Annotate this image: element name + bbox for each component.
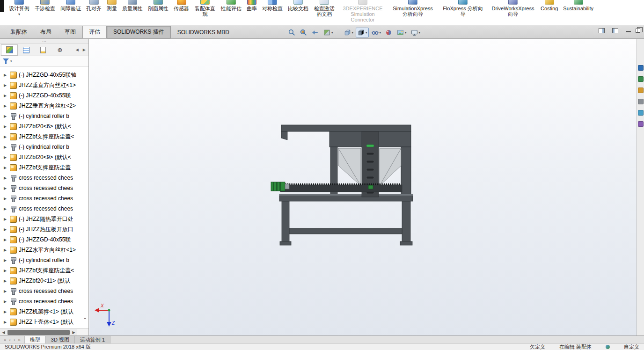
propertymanager-tab[interactable] (18, 44, 35, 56)
first-sheet-icon[interactable]: « (4, 337, 7, 343)
graphics-viewport[interactable]: X Z (89, 39, 637, 335)
ribbon-tool-button[interactable]: FloXpress 分析向导 ▼ (438, 0, 488, 17)
scroll-right-icon[interactable]: ▶ (70, 330, 77, 335)
expand-arrow-icon[interactable]: ▶ (4, 320, 8, 324)
zoom-to-area-icon[interactable] (298, 28, 309, 37)
customize-button[interactable]: 自定义 (624, 343, 639, 350)
display-style-icon[interactable]: ▾ (356, 28, 369, 37)
scroll-left-icon[interactable]: ◀ (76, 48, 79, 52)
sheet-tab[interactable]: 3D 视图 (46, 336, 75, 343)
expand-arrow-icon[interactable]: ▶ (4, 94, 8, 98)
design-library-icon[interactable] (638, 76, 644, 82)
tree-row[interactable]: ▶ JHZZbf支撑座防尘盖 (0, 162, 88, 173)
tree-row[interactable]: ▶ cross recessed chees (0, 183, 88, 193)
machine-right-post[interactable] (401, 147, 411, 195)
prev-sheet-icon[interactable]: ‹ (9, 337, 11, 343)
command-tab[interactable]: SOLIDWORKS 插件 (107, 26, 171, 38)
tree-row[interactable]: ▶ cross recessed chees (0, 286, 88, 296)
tree-scroll-down-icon[interactable]: ⌄ (83, 315, 87, 320)
tree-row[interactable]: ▶ JHZZbf20<6> (默认< (0, 121, 88, 131)
pane-view-icon[interactable] (599, 28, 605, 33)
expand-arrow-icon[interactable]: ▶ (4, 269, 8, 273)
machine-top-arm[interactable] (281, 125, 411, 131)
tree-row[interactable]: ▶ JHZZbf支撑座防尘盖< (0, 265, 88, 276)
filter-icon[interactable] (3, 58, 9, 64)
last-sheet-icon[interactable]: » (18, 337, 21, 343)
machine-right-leg[interactable] (402, 201, 410, 243)
zoom-fit-icon[interactable] (286, 28, 297, 37)
expand-arrow-icon[interactable]: ▶ (4, 197, 8, 201)
expand-arrow-icon[interactable]: ▶ (4, 207, 8, 211)
custom-properties-icon[interactable] (638, 121, 644, 127)
tree-row[interactable]: ▶ (-) cylindrical roller b (0, 255, 88, 265)
ribbon-tool-button[interactable]: 质量属性 ▼ (120, 0, 145, 11)
tree-row[interactable]: ▶ (-) JHZZGD-40x55联 (0, 234, 88, 245)
expand-arrow-icon[interactable]: ▶ (4, 227, 8, 232)
tree-row[interactable]: ▶ JHZZ机架撑<1> (默认 (0, 306, 88, 317)
expand-arrow-icon[interactable]: ▶ (4, 217, 8, 221)
expand-arrow-icon[interactable]: ▶ (4, 104, 8, 108)
previous-view-icon[interactable] (310, 28, 321, 37)
expand-arrow-icon[interactable]: ▶ (4, 248, 8, 252)
configurationmanager-tab[interactable] (35, 44, 51, 56)
tree-row[interactable]: ▶ JHZZ垂直方向丝杠<1> (0, 80, 88, 90)
view-settings-icon[interactable]: ▾ (409, 28, 422, 37)
machine-cross-rail[interactable] (289, 228, 402, 234)
chevron-down-icon[interactable]: ▾ (10, 59, 12, 63)
tree-row[interactable]: ▶ JHZZ水平方向丝杠<1> (0, 245, 88, 255)
tree-row[interactable]: ▶ JHZZbf20<9> (默认< (0, 152, 88, 162)
section-view-icon[interactable]: ▾ (322, 28, 335, 37)
next-sheet-icon[interactable]: › (14, 337, 15, 343)
tree-row[interactable]: ▶ (-) cylindrical roller b (0, 111, 88, 121)
ribbon-tool-button[interactable]: 检查激活的文档 ▼ (311, 0, 337, 17)
expand-arrow-icon[interactable]: ▶ (4, 83, 8, 88)
model-canvas[interactable]: X Z (89, 39, 637, 335)
ribbon-tool-button[interactable]: 孔对齐 ▼ (84, 0, 104, 11)
ribbon-tool-button[interactable]: 3DEXPERIENCE Simulation Connector ▼ (338, 0, 388, 22)
tree-row[interactable]: ▶ JHZZbf20<11> (默认 (0, 276, 88, 286)
machine-rack-rail[interactable] (280, 184, 402, 192)
expand-arrow-icon[interactable]: ▶ (4, 135, 8, 139)
scroll-right-icon[interactable]: ▶ (83, 48, 86, 52)
machine-arm-left-lip[interactable] (281, 131, 287, 140)
ribbon-tool-button[interactable]: 比较文档 ▼ (285, 0, 311, 11)
tree-row[interactable]: ▶ cross recessed chees (0, 296, 88, 306)
apply-scene-icon[interactable]: ▾ (395, 28, 408, 37)
tree-horizontal-scrollbar[interactable]: ◀ ▶ (0, 328, 88, 335)
tree-row[interactable]: ▶ (-) cylindrical roller b (0, 142, 88, 152)
appearances-icon[interactable] (638, 110, 644, 116)
solidworks-resources-icon[interactable] (638, 65, 644, 71)
ribbon-tool-button[interactable]: DriveWorksXpress 向导 ▼ (488, 0, 538, 17)
ribbon-tool-button[interactable]: 性能评估 ▼ (219, 0, 244, 11)
command-tab[interactable]: 评估 (82, 26, 107, 38)
pane-view-alt-icon[interactable] (612, 28, 618, 33)
restore-icon[interactable] (636, 29, 640, 33)
ribbon-tool-button[interactable]: 曲率 ▼ (244, 0, 259, 11)
expand-arrow-icon[interactable]: ▶ (4, 310, 8, 314)
expand-arrow-icon[interactable]: ▶ (4, 145, 8, 149)
featuremanager-tab[interactable] (1, 44, 18, 56)
tree-row[interactable]: ▶ (-) JHZZGD-40x55联 (0, 90, 88, 101)
tree-row[interactable]: ▶ cross recessed chees (0, 173, 88, 183)
tree-row[interactable]: ▶ (-) JHZZ热压板开放口 (0, 224, 88, 234)
expand-arrow-icon[interactable]: ▶ (4, 279, 8, 283)
expand-arrow-icon[interactable]: ▶ (4, 238, 8, 242)
ribbon-tool-button[interactable]: 设计算例 ▼ (7, 0, 32, 17)
dimxpertmanager-tab[interactable]: ⊕ (51, 44, 68, 56)
tree-row[interactable]: ▶ (-) JHZZGD-40x55联轴 (0, 70, 88, 80)
ribbon-tool-button[interactable]: 剖面属性 ▼ (146, 0, 171, 11)
ribbon-tool-button[interactable]: 传感器 ▼ (171, 0, 191, 11)
expand-arrow-icon[interactable]: ▶ (4, 73, 8, 77)
expand-arrow-icon[interactable]: ▶ (4, 124, 8, 129)
expand-arrow-icon[interactable]: ▶ (4, 258, 8, 262)
hide-show-items-icon[interactable]: ▾ (370, 28, 383, 37)
tree-row[interactable]: ▶ (-) JHZZ隔热罩开口处 (0, 214, 88, 224)
expand-arrow-icon[interactable]: ▶ (4, 176, 8, 180)
file-explorer-icon[interactable] (638, 88, 644, 93)
sheet-tab[interactable]: 运动算例 1 (75, 336, 110, 343)
ribbon-tool-button[interactable]: 装配体直观 ▼ (192, 0, 218, 17)
view-palette-icon[interactable] (638, 99, 644, 104)
edit-appearance-icon[interactable] (383, 28, 394, 37)
tree-row[interactable]: ▶ JHZZ上壳体<1> (默认 (0, 317, 88, 327)
tree-row[interactable]: ▶ JHZZ垂直方向丝杠<2> (0, 101, 88, 111)
